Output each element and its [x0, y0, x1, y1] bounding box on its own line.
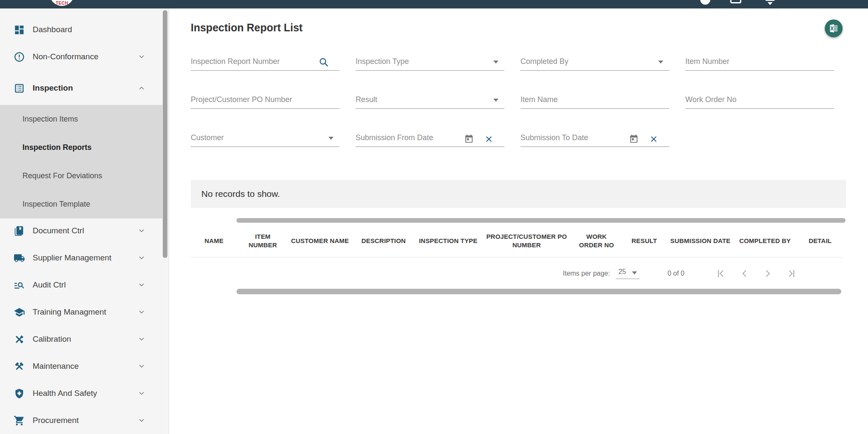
next-page-button[interactable]	[762, 268, 773, 279]
sidebar-scrollbar[interactable]	[163, 10, 167, 258]
sidebar-item-supplier-management[interactable]: Supplier Management	[0, 244, 162, 271]
sidebar-item-calibration[interactable]: Calibration	[0, 326, 162, 353]
chevron-down-icon	[138, 308, 145, 316]
inspection-submenu: Inspection Items Inspection Reports Requ…	[0, 105, 162, 218]
submenu-item-inspection-reports[interactable]: Inspection Reports	[0, 133, 162, 162]
notification-dropdown-icon[interactable]	[765, 0, 775, 8]
sidebar-item-procurement[interactable]: Procurement	[0, 407, 162, 434]
page-range-label: 0 of 0	[668, 270, 684, 277]
company-logo: TECH	[50, 0, 74, 6]
column-header-description: DESCRIPTION	[352, 237, 415, 245]
book-icon	[14, 225, 25, 237]
sidebar-item-label: Calibration	[33, 334, 71, 344]
sidebar-item-non-conformance[interactable]: Non-Conformance	[0, 43, 162, 70]
dropdown-arrow-icon	[493, 99, 498, 102]
calendar-icon[interactable]	[464, 134, 474, 144]
dropdown-arrow-icon	[493, 61, 498, 64]
chevron-down-icon	[138, 254, 145, 262]
sidebar-item-label: Health And Safety	[33, 389, 97, 398]
items-per-page-select[interactable]: 25	[616, 268, 640, 279]
submission-to-date-field[interactable]: Submission To Date	[520, 122, 669, 147]
truck-icon	[14, 252, 25, 264]
inspection-report-number-field[interactable]: Inspection Report Number	[191, 46, 339, 71]
search-icon[interactable]	[318, 57, 329, 68]
result-select[interactable]: Result	[356, 84, 504, 109]
last-page-button[interactable]	[786, 268, 797, 279]
empty-message: No records to show.	[201, 189, 280, 199]
work-order-no-field[interactable]: Work Order No	[685, 84, 834, 109]
empty-state-banner: No records to show.	[191, 180, 846, 208]
field-placeholder: Item Name	[520, 95, 558, 104]
shopping-cart-icon	[14, 415, 25, 426]
submenu-item-inspection-items[interactable]: Inspection Items	[0, 105, 162, 133]
field-placeholder: Work Order No	[685, 95, 737, 104]
clear-date-icon[interactable]	[484, 135, 493, 144]
message-icon[interactable]	[730, 0, 741, 3]
item-name-field[interactable]: Item Name	[520, 84, 669, 109]
dropdown-arrow-icon	[632, 271, 637, 274]
field-placeholder: Inspection Type	[356, 57, 409, 66]
sidebar-item-document-ctrl[interactable]: Document Ctrl	[0, 217, 162, 244]
column-header-submission-date: SUBMISSION DATE	[668, 237, 733, 245]
column-header-name: NAME	[191, 237, 237, 245]
table-horizontal-scrollbar-bottom[interactable]	[236, 289, 841, 294]
non-conformance-icon	[14, 51, 25, 63]
project-customer-po-number-field[interactable]: Project/Customer PO Number	[191, 84, 339, 109]
chevron-down-icon	[138, 390, 145, 397]
audit-search-icon	[14, 279, 25, 291]
table-header-row: NAME ITEM NUMBER CUSTOMER NAME DESCRIPTI…	[191, 225, 843, 257]
sidebar-item-label: Inspection	[33, 83, 73, 93]
items-per-page-label: Items per page:	[563, 270, 610, 277]
previous-page-button[interactable]	[739, 268, 750, 279]
sidebar-item-audit-ctrl[interactable]: Audit Ctrl	[0, 271, 162, 299]
sidebar-item-health-and-safety[interactable]: Health And Safety	[0, 380, 162, 407]
sidebar-item-label: Document Ctrl	[33, 226, 84, 235]
dropdown-arrow-icon	[328, 137, 334, 140]
sidebar-item-dashboard[interactable]: Dashboard	[0, 16, 162, 43]
customer-select[interactable]: Customer	[191, 122, 339, 147]
inspection-type-select[interactable]: Inspection Type	[356, 46, 504, 71]
account-icon[interactable]	[700, 0, 710, 5]
dashboard-icon	[14, 24, 25, 36]
item-number-field[interactable]: Item Number	[685, 46, 834, 71]
items-per-page-value: 25	[618, 268, 626, 276]
column-header-work-order-no: WORK ORDER NO	[572, 232, 621, 249]
column-header-completed-by: COMPLETED BY	[733, 237, 797, 245]
first-page-button[interactable]	[715, 268, 726, 279]
caret-down-icon	[768, 2, 773, 5]
submission-from-date-field[interactable]: Submission From Date	[356, 122, 504, 147]
chevron-down-icon	[138, 281, 145, 289]
sidebar-item-maintenance[interactable]: Maintenance	[0, 353, 162, 380]
inspection-icon	[14, 83, 25, 94]
chevron-down-icon	[138, 53, 145, 61]
export-excel-button[interactable]	[825, 19, 843, 37]
submenu-item-inspection-template[interactable]: Inspection Template	[0, 190, 162, 218]
field-placeholder: Inspection Report Number	[191, 57, 280, 66]
sidebar-item-label: Audit Ctrl	[33, 280, 66, 290]
table-horizontal-scrollbar-top[interactable]	[236, 218, 846, 223]
sidebar-item-inspection[interactable]: Inspection	[0, 75, 162, 102]
chevron-down-icon	[138, 335, 145, 343]
logo-text: TECH	[50, 1, 74, 6]
chevron-down-icon	[138, 417, 145, 424]
column-header-inspection-type: INSPECTION TYPE	[415, 237, 481, 245]
chevron-down-icon	[138, 227, 145, 235]
field-placeholder: Item Number	[685, 57, 729, 66]
crossed-hammers-icon	[14, 361, 25, 372]
sidebar-item-label: Dashboard	[33, 25, 72, 34]
dropdown-arrow-icon	[658, 61, 663, 64]
column-header-customer-name: CUSTOMER NAME	[288, 237, 352, 245]
main-content: Inspection Report List Inspection Report…	[169, 8, 868, 434]
clear-date-icon[interactable]	[649, 135, 658, 144]
field-placeholder: Customer	[191, 133, 224, 142]
field-placeholder: Completed By	[520, 57, 568, 66]
sidebar-item-label: Non-Conformance	[33, 52, 98, 61]
page-title: Inspection Report List	[191, 22, 303, 34]
field-placeholder: Submission To Date	[520, 133, 588, 142]
notification-icon	[765, 0, 775, 1]
sidebar-item-training-managment[interactable]: Training Managment	[0, 299, 162, 326]
column-header-detail: DETAIL	[797, 237, 843, 245]
completed-by-select[interactable]: Completed By	[520, 46, 669, 71]
submenu-item-request-for-deviations[interactable]: Request For Deviations	[0, 162, 162, 190]
calendar-icon[interactable]	[629, 134, 639, 144]
